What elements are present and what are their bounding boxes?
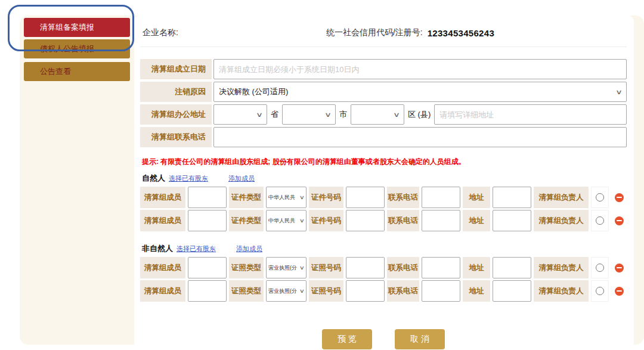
- address-detail-input[interactable]: [434, 104, 627, 125]
- legal-member-row: 清算组成员 证照类型 营业执照(分 ∨ 证照号码 联系电话 地址 清算组负责人: [140, 280, 627, 302]
- leader-radio[interactable]: [596, 264, 604, 272]
- chevron-down-icon: ∨: [324, 111, 332, 119]
- member-address-input[interactable]: [493, 257, 531, 278]
- cancel-reason-select[interactable]: 决议解散 (公司适用) ∨: [213, 82, 627, 102]
- license-type-label: 证照类型: [229, 257, 264, 278]
- leader-label: 清算组负责人: [534, 257, 589, 278]
- chevron-down-icon: ∨: [299, 194, 305, 200]
- member-name-input[interactable]: [188, 187, 227, 208]
- member-name-label: 清算组成员: [140, 187, 185, 208]
- member-address-input[interactable]: [493, 280, 531, 302]
- city-select[interactable]: ∨: [282, 104, 336, 125]
- leader-radio[interactable]: [596, 287, 604, 295]
- chevron-down-icon: ∨: [615, 88, 623, 96]
- form-row-establish-date: 清算组成立日期: [140, 59, 627, 79]
- minus-icon: [615, 193, 624, 202]
- province-suffix-label: 省: [271, 109, 278, 120]
- member-name-input[interactable]: [188, 280, 227, 302]
- doc-number-input[interactable]: [346, 187, 385, 208]
- select-existing-shareholder-link[interactable]: 选择已有股东: [177, 244, 216, 253]
- remove-row-button[interactable]: [611, 210, 627, 231]
- member-name-input[interactable]: [188, 257, 227, 278]
- remove-row-button[interactable]: [611, 187, 627, 208]
- sidebar-item-label: 债权人公告填报: [40, 44, 94, 54]
- license-type-select[interactable]: 营业执照(分 ∨: [266, 280, 306, 302]
- doc-number-label: 证件号码: [309, 187, 343, 208]
- remove-row-button[interactable]: [611, 280, 627, 302]
- member-name-label: 清算组成员: [140, 210, 185, 231]
- minus-icon: [615, 287, 624, 296]
- doc-type-select[interactable]: 中华人民共 ∨: [266, 187, 306, 208]
- member-address-label: 地址: [463, 280, 490, 302]
- district-select[interactable]: ∨: [351, 104, 404, 125]
- credit-code-group: 统一社会信用代码/注册号: 1233453456243: [326, 27, 494, 38]
- minus-icon: [615, 264, 624, 272]
- cancel-button[interactable]: 取 消: [395, 329, 445, 349]
- city-suffix-label: 市: [339, 109, 347, 120]
- member-name-input[interactable]: [188, 210, 227, 231]
- form-row-office-address: 清算组办公地址 ∨ 省 ∨ 市 ∨ 区 (县): [140, 104, 627, 125]
- member-address-input[interactable]: [493, 210, 531, 231]
- sidebar-item-creditor-announcement[interactable]: 债权人公告填报: [24, 39, 130, 58]
- select-existing-shareholder-link[interactable]: 选择已有股东: [169, 174, 208, 183]
- natural-person-title: 自然人: [142, 173, 165, 184]
- sidebar-item-announcement-view[interactable]: 公告查看: [24, 62, 130, 81]
- license-number-label: 证照号码: [309, 257, 343, 278]
- leader-radio-cell: [591, 257, 609, 278]
- cancel-reason-value: 决议解散 (公司适用): [219, 86, 288, 97]
- company-name-label: 企业名称:: [143, 27, 178, 38]
- add-member-link[interactable]: 添加成员: [236, 244, 262, 253]
- leader-radio-cell: [591, 210, 609, 231]
- credit-code-label: 统一社会信用代码/注册号:: [326, 27, 423, 38]
- legal-member-row: 清算组成员 证照类型 营业执照(分 ∨ 证照号码 联系电话 地址 清算组负责人: [140, 257, 627, 278]
- doc-number-input[interactable]: [346, 210, 385, 231]
- doc-type-label: 证件类型: [229, 187, 264, 208]
- license-number-input[interactable]: [346, 280, 385, 302]
- doc-type-select[interactable]: 中华人民共 ∨: [266, 210, 306, 231]
- chevron-down-icon: ∨: [393, 111, 400, 119]
- natural-member-row: 清算组成员 证件类型 中华人民共 ∨ 证件号码 联系电话 地址 清算组负责人: [140, 187, 627, 208]
- province-select[interactable]: ∨: [213, 104, 267, 125]
- member-phone-input[interactable]: [422, 187, 460, 208]
- license-number-label: 证照号码: [309, 280, 343, 302]
- natural-member-row: 清算组成员 证件类型 中华人民共 ∨ 证件号码 联系电话 地址 清算组负责人: [140, 210, 627, 231]
- contact-phone-input[interactable]: [213, 127, 627, 147]
- leader-radio-cell: [591, 280, 609, 302]
- establish-date-input[interactable]: [213, 59, 627, 79]
- action-button-row: 预 览 取 消: [140, 329, 627, 349]
- page-container: 清算组备案填报 债权人公告填报 公告查看 企业名称: 统一社会信用代码/注册号:…: [20, 16, 644, 345]
- member-name-label: 清算组成员: [140, 257, 185, 278]
- leader-label: 清算组负责人: [534, 280, 589, 302]
- license-type-label: 证照类型: [229, 280, 264, 302]
- member-name-label: 清算组成员: [140, 280, 185, 302]
- chevron-down-icon: ∨: [299, 265, 305, 271]
- license-type-value: 营业执照(分: [268, 264, 297, 272]
- liquidation-form: 清算组成立日期 注销原因 决议解散 (公司适用) ∨ 清算组办公地址: [140, 59, 627, 147]
- member-phone-input[interactable]: [422, 210, 460, 231]
- preview-button[interactable]: 预 览: [322, 329, 372, 349]
- license-number-input[interactable]: [346, 257, 385, 278]
- doc-number-label: 证件号码: [309, 210, 343, 231]
- member-address-input[interactable]: [493, 187, 531, 208]
- contact-phone-label: 清算组联系电话: [140, 127, 212, 147]
- member-address-label: 地址: [463, 210, 490, 231]
- member-phone-label: 联系电话: [387, 257, 419, 278]
- form-row-cancel-reason: 注销原因 决议解散 (公司适用) ∨: [140, 82, 627, 102]
- leader-radio[interactable]: [596, 216, 604, 225]
- license-type-select[interactable]: 营业执照(分 ∨: [266, 257, 306, 278]
- leader-label: 清算组负责人: [534, 187, 589, 208]
- member-phone-input[interactable]: [422, 257, 460, 278]
- liquidation-hint-text: 提示: 有限责任公司的清算组由股东组成; 股份有限公司的清算组由董事或者股东大会…: [142, 157, 625, 167]
- main-panel: 企业名称: 统一社会信用代码/注册号: 1233453456243 清算组成立日…: [134, 16, 634, 350]
- member-address-label: 地址: [463, 187, 490, 208]
- member-phone-input[interactable]: [422, 280, 460, 302]
- leader-radio[interactable]: [596, 193, 604, 202]
- remove-row-button[interactable]: [611, 257, 627, 278]
- add-member-link[interactable]: 添加成员: [228, 174, 255, 183]
- doc-type-value: 中华人民共: [268, 217, 295, 225]
- natural-person-section-head: 自然人 选择已有股东 添加成员: [142, 173, 625, 184]
- sidebar-item-label: 公告查看: [40, 66, 71, 77]
- chevron-down-icon: ∨: [299, 218, 305, 224]
- sidebar-item-liquidation-filing[interactable]: 清算组备案填报: [24, 18, 130, 37]
- chevron-down-icon: ∨: [299, 288, 305, 294]
